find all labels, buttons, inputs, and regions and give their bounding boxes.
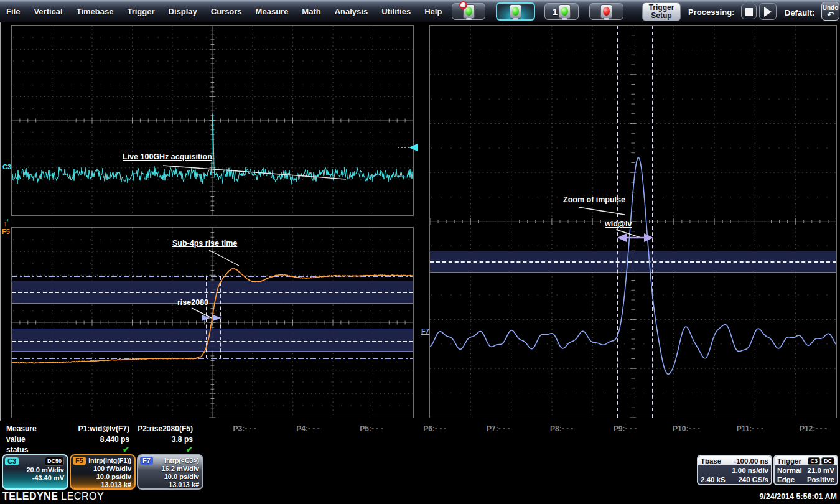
trigger-single-button[interactable]: 1 <box>544 3 579 20</box>
descriptor-f5[interactable]: F5 intrp(intg(F1)) 100 fWb/div 10.0 ps/d… <box>70 454 136 490</box>
f7-function: intrp(<C3>) <box>164 457 199 465</box>
timebase-offset: -100.00 ns <box>734 457 768 465</box>
descriptor-f7[interactable]: F7 intrp(<C3>) 16.2 mV/div 10.0 ps/div 1… <box>137 454 203 490</box>
timebase-scale: 1.00 ns/div <box>732 467 768 474</box>
trigger-setup-button[interactable]: Trigger Setup <box>642 2 681 21</box>
grid-panel-c3[interactable] <box>11 25 414 216</box>
logo-teledyne: TELEDYNE <box>2 491 58 502</box>
timebase-samples: 2.40 kS <box>701 476 726 483</box>
trigger-mode: Normal <box>777 467 802 474</box>
measure-p4-label[interactable]: P4:- - - <box>260 424 320 433</box>
measure-p3-label[interactable]: P3:- - - <box>197 424 256 433</box>
trigger-normal-button[interactable] <box>496 2 535 21</box>
trigger-box[interactable]: Trigger C3 DC Normal 21.0 mV Edge Positi… <box>773 455 838 485</box>
measure-p12-label[interactable]: P12:- - - <box>767 424 827 433</box>
datetime-display: 9/24/2014 5:56:01 AM <box>759 492 837 501</box>
undo-button[interactable]: Undo ↶ <box>821 2 839 21</box>
menu-vertical[interactable]: Vertical <box>34 7 62 16</box>
trigger-auto-icon <box>463 4 475 19</box>
c3-trace-label: C3 <box>2 163 11 170</box>
annotation-rise-time: Sub-4ps rise time <box>172 239 237 248</box>
oscilloscope-screen: FileVerticalTimebaseTriggerDisplayCursor… <box>0 0 840 504</box>
measure-p10-label[interactable]: P10:- - - <box>640 424 700 433</box>
teledyne-lecroy-logo: TELEDYNE LECROY <box>2 491 104 502</box>
grid-panel-f7[interactable] <box>429 25 837 418</box>
f5-waveform <box>12 228 413 418</box>
timebase-rate: 240 GS/s <box>738 476 768 483</box>
f7-waveform <box>430 26 836 418</box>
measure-p1-status-ok-icon: ✔ <box>70 445 129 454</box>
menu-cursors[interactable]: Cursors <box>211 7 242 16</box>
display-left-edge <box>0 22 1 421</box>
measure-p5-label[interactable]: P5:- - - <box>324 424 383 433</box>
trigger-type: Edge <box>777 476 795 483</box>
c3-waveform <box>12 26 413 215</box>
menu-file[interactable]: File <box>6 7 20 16</box>
menu-trigger[interactable]: Trigger <box>127 7 154 16</box>
trigger-auto-button[interactable] <box>452 3 485 20</box>
f5-timebase: 10.0 ps/div <box>73 473 131 481</box>
f7-points: 13.013 k# <box>140 481 199 489</box>
f5-badge: F5 <box>73 457 86 465</box>
processing-play-button[interactable] <box>759 3 777 20</box>
measure-p2-value: 3.8 ps <box>133 435 193 444</box>
menu-analysis[interactable]: Analysis <box>335 7 368 16</box>
logo-lecroy: LECROY <box>58 491 104 502</box>
processing-stop-button[interactable] <box>741 4 757 19</box>
trigger-source-badge: C3 <box>808 457 820 465</box>
f5-points: 13.013 k# <box>73 481 131 489</box>
trigger-single-icon <box>559 4 571 19</box>
annotation-zoom-impulse: Zoom of impulse <box>563 195 625 204</box>
menu-utilities[interactable]: Utilities <box>381 7 411 16</box>
timebase-box[interactable]: Tbase -100.00 ns 1.00 ns/div 2.40 kS 240… <box>697 455 772 485</box>
processing-label: Processing: <box>688 7 734 17</box>
timebase-title: Tbase <box>701 457 721 465</box>
f5-function: intrp(intg(F1)) <box>88 457 131 465</box>
c3-coupling-badge: DC50 <box>45 457 64 466</box>
measure-p2-status-ok-icon: ✔ <box>133 445 193 454</box>
menu-timebase[interactable]: Timebase <box>77 7 114 16</box>
measure-p2-label[interactable]: P2:rise2080(F5) <box>133 424 193 433</box>
measure-p11-label[interactable]: P11:- - - <box>704 424 763 433</box>
grid-panel-f5[interactable] <box>11 227 414 418</box>
c3-offset: -43.40 mV <box>5 474 64 482</box>
c3-badge: C3 <box>5 457 19 465</box>
default-label: Default: <box>785 8 814 17</box>
menu-items: FileVerticalTimebaseTriggerDisplayCursor… <box>6 0 442 22</box>
measure-p7-label[interactable]: P7:- - - <box>450 424 510 433</box>
f7-scale: 16.2 mV/div <box>140 465 199 473</box>
trigger-stop-button[interactable] <box>589 3 623 20</box>
menu-bar: FileVerticalTimebaseTriggerDisplayCursor… <box>0 0 840 22</box>
trigger-coupling-badge: DC <box>821 457 834 465</box>
trigger-stop-icon <box>600 4 612 19</box>
trigger-level: 21.0 mV <box>808 467 834 474</box>
trigger-title: Trigger <box>777 457 801 465</box>
menu-measure[interactable]: Measure <box>256 7 289 16</box>
f5-scale: 100 fWb/div <box>73 465 131 473</box>
play-icon <box>764 7 772 17</box>
menu-math[interactable]: Math <box>302 7 320 16</box>
stop-icon <box>745 8 753 16</box>
single-digit: 1 <box>553 6 558 17</box>
measure-p9-label[interactable]: P9:- - - <box>577 424 637 433</box>
undo-arrow-icon: ↶ <box>827 11 834 18</box>
descriptor-c3[interactable]: C3 DC50 20.0 mV/div -43.40 mV <box>2 454 68 490</box>
trigger-normal-icon <box>510 4 521 19</box>
measure-p1-label[interactable]: P1:wid@lv(F7) <box>70 424 129 433</box>
measure-p1-value: 8.440 ps <box>70 435 129 444</box>
status-row-label: status <box>6 446 28 454</box>
measure-p8-label[interactable]: P8:- - - <box>513 424 573 433</box>
f7-timebase: 10.0 ps/div <box>140 473 199 481</box>
trigger-setup-line2: Setup <box>651 12 671 20</box>
trigger-slope: Positive <box>807 476 834 483</box>
annotation-rise2080: rise2080 <box>177 298 208 307</box>
measure-p6-label[interactable]: P6:- - - <box>387 424 447 433</box>
annotation-wid-lv: wid@lv <box>605 220 632 228</box>
f5-up-arrow-icon: ↑ <box>3 220 7 228</box>
menu-display[interactable]: Display <box>169 7 197 16</box>
f7-trace-label: F7 <box>421 327 429 335</box>
f5-trace-label: F5 <box>2 228 10 235</box>
menu-help[interactable]: Help <box>424 7 442 16</box>
c3-scale: 20.0 mV/div <box>5 466 64 474</box>
annotation-live-acquisition: Live 100GHz acquisition <box>123 152 212 161</box>
